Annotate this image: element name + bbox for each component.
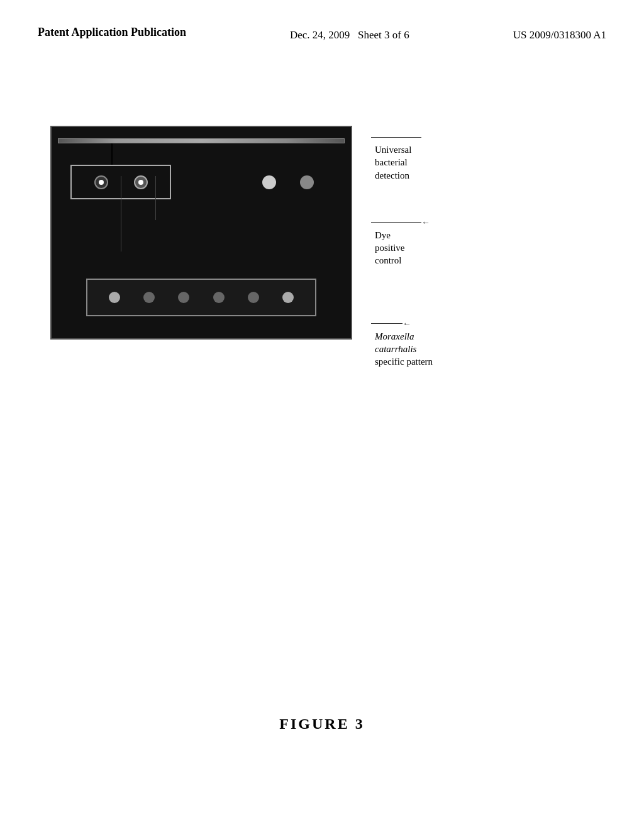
dot-right-2 — [300, 175, 314, 189]
vline1 — [121, 176, 121, 252]
annotation-universal: Universal bacterial detection — [371, 131, 560, 182]
dot-1-center — [99, 180, 104, 185]
ann-hline-universal — [371, 137, 421, 138]
top-arrow-down — [111, 143, 113, 165]
patent-number: US 2009/0318300 A1 — [513, 25, 606, 43]
dot-2-center — [138, 180, 143, 185]
dye-line3: control — [375, 254, 560, 267]
annotation-dye: ← Dye positive control — [371, 216, 560, 267]
ann-arrow-dye: ← — [421, 218, 430, 228]
publication-title: Patent Application Publication — [38, 25, 186, 40]
main-content: Universal bacterial detection ← Dye posi… — [50, 126, 619, 342]
moraxella-dot-1 — [109, 292, 120, 303]
moraxella-ann-line2: catarrhalis — [375, 343, 560, 355]
ann-hline-dye — [371, 222, 421, 223]
moraxella-dot-5 — [248, 292, 259, 303]
universal-line3: detection — [375, 169, 560, 182]
universal-line1: Universal — [375, 143, 560, 156]
annotation-moraxella: ← Moraxella catarrhalis specific pattern — [371, 318, 560, 368]
ann-line-dye: ← — [371, 216, 560, 229]
moraxella-dot-4 — [213, 292, 225, 303]
dot-1 — [94, 175, 108, 189]
ann-arrow-moraxella: ← — [402, 319, 411, 329]
moraxella-dot-6 — [282, 292, 294, 303]
moraxella-ann-line1: Moraxella — [375, 330, 560, 343]
annotation-dye-text: Dye positive control — [371, 229, 560, 267]
annotation-universal-text: Universal bacterial detection — [371, 143, 560, 182]
experiment-diagram — [50, 126, 352, 340]
moraxella-dot-2 — [143, 292, 155, 303]
publication-date: Dec. 24, 2009 — [290, 29, 350, 41]
vline2 — [155, 176, 156, 220]
moraxella-box — [86, 279, 316, 316]
page-header: Patent Application Publication Dec. 24, … — [0, 0, 644, 55]
sheet-info: Sheet 3 of 6 — [358, 29, 409, 41]
dye-line2: positive — [375, 241, 560, 254]
annotation-moraxella-text: Moraxella catarrhalis specific pattern — [371, 330, 560, 368]
moraxella-dot-3 — [178, 292, 189, 303]
bar-inner — [58, 139, 344, 143]
annotations-column: Universal bacterial detection ← Dye posi… — [371, 126, 560, 368]
figure-caption: FIGURE 3 — [0, 716, 644, 733]
dot-2 — [134, 175, 148, 189]
dot-right-1 — [262, 175, 276, 189]
moraxella-ann-line3: specific pattern — [375, 355, 560, 368]
ann-line-universal — [371, 131, 560, 143]
ann-hline-moraxella — [371, 323, 402, 324]
universal-line2: bacterial — [375, 156, 560, 169]
publication-date-sheet: Dec. 24, 2009 Sheet 3 of 6 — [290, 25, 409, 43]
dye-line1: Dye — [375, 229, 560, 241]
figure-label: FIGURE 3 — [279, 716, 364, 732]
ann-line-moraxella: ← — [371, 318, 560, 330]
diagram-wrapper: Universal bacterial detection ← Dye posi… — [50, 126, 352, 340]
universal-detection-bar — [58, 138, 345, 143]
dye-positive-right — [244, 165, 332, 199]
